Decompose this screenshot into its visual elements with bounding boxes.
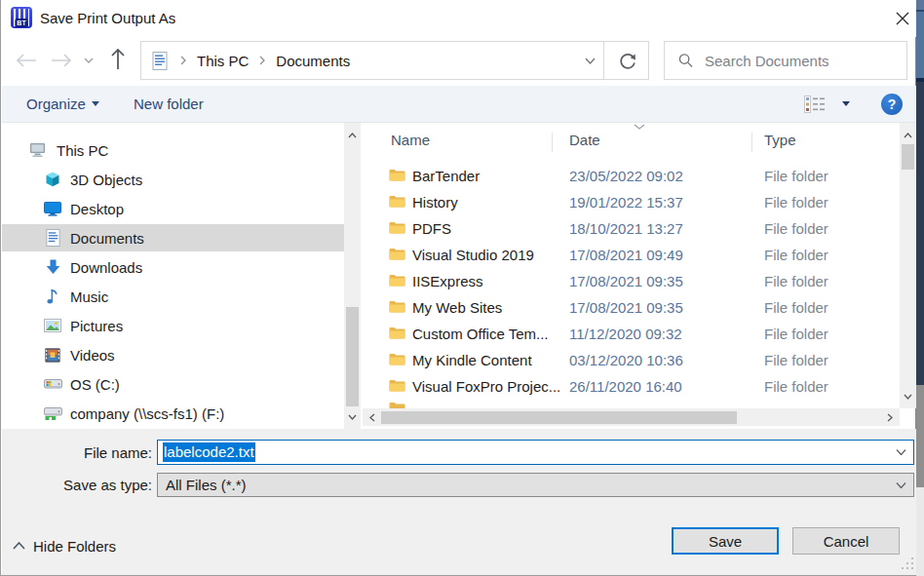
scrollbar-thumb[interactable]: [381, 411, 737, 424]
change-view-button[interactable]: [804, 86, 826, 122]
film-icon: [43, 348, 62, 363]
list-vertical-scrollbar[interactable]: [900, 123, 916, 408]
refresh-button[interactable]: [604, 41, 649, 80]
file-row[interactable]: BarTender 23/05/2022 09:02 File folder: [363, 163, 900, 189]
save-button[interactable]: Save: [672, 527, 779, 555]
sidebar-item-label: Documents: [70, 230, 144, 247]
file-row[interactable]: PDFS 18/10/2021 13:27 File folder: [363, 215, 900, 242]
new-folder-button[interactable]: New folder: [134, 86, 204, 122]
address-bar[interactable]: This PC Documents: [140, 41, 649, 80]
up-arrow-icon: [111, 49, 125, 70]
column-divider[interactable]: [552, 133, 553, 152]
file-row[interactable]: IISExpress 17/08/2021 09:35 File folder: [363, 268, 900, 294]
search-box[interactable]: [664, 41, 907, 80]
new-folder-label: New folder: [134, 96, 204, 112]
sidebar-item-music[interactable]: Music: [2, 283, 345, 310]
sidebar-item-desktop[interactable]: Desktop: [2, 195, 345, 222]
title-bar: BT Save Print Output As: [1, 0, 916, 37]
file-type: File folder: [764, 321, 828, 347]
command-toolbar: Organize New folder ?: [2, 86, 916, 123]
bartender-app-icon: BT: [11, 7, 32, 28]
file-type: File folder: [764, 294, 828, 321]
hide-folders-button[interactable]: Hide Folders: [13, 535, 116, 557]
sidebar-item-company-drive[interactable]: company (\\scs-fs1) (F:): [2, 400, 345, 427]
file-name: Custom Office Tem...: [412, 321, 549, 347]
cancel-button[interactable]: Cancel: [792, 527, 900, 555]
search-input[interactable]: [705, 53, 899, 69]
help-button[interactable]: ?: [881, 94, 903, 115]
scroll-right-arrow-icon[interactable]: [882, 408, 898, 426]
sidebar-scrollbar[interactable]: [344, 123, 361, 429]
file-type: File folder: [764, 347, 828, 373]
list-horizontal-scrollbar[interactable]: [363, 408, 900, 426]
address-dropdown-button[interactable]: [577, 41, 603, 80]
breadcrumb-documents[interactable]: Documents: [276, 53, 350, 69]
save-as-type-label: Save as type:: [45, 477, 152, 493]
organize-label: Organize: [26, 96, 86, 112]
file-date: 26/11/2020 16:40: [569, 373, 682, 400]
sidebar-item-this-pc[interactable]: This PC: [2, 136, 345, 164]
forward-button[interactable]: [48, 47, 75, 74]
column-header-type[interactable]: Type: [764, 125, 796, 156]
computer-icon: [29, 142, 49, 158]
music-note-icon: [43, 288, 62, 304]
help-question-icon: ?: [881, 94, 903, 115]
file-date: 19/01/2022 15:37: [569, 189, 683, 215]
column-header-name[interactable]: Name: [391, 125, 430, 156]
scroll-down-arrow-icon[interactable]: [900, 388, 916, 404]
sidebar-item-videos[interactable]: Videos: [2, 341, 345, 368]
sidebar-item-label: Videos: [70, 347, 115, 364]
folder-icon: [389, 300, 405, 313]
chevron-down-icon: [896, 449, 906, 456]
file-row[interactable]: History 19/01/2022 15:37 File folder: [363, 189, 900, 215]
file-list: Name Date Type BarTender 23/05/2022 09:0…: [363, 123, 900, 428]
scroll-up-arrow-icon[interactable]: [900, 127, 916, 143]
file-row[interactable]: Visual FoxPro Projec... 26/11/2020 16:40…: [363, 373, 900, 400]
organize-menu-button[interactable]: Organize: [26, 86, 99, 122]
column-header-date[interactable]: Date: [569, 125, 600, 156]
save-print-output-dialog: BT Save Print Output As: [0, 0, 916, 576]
picture-icon: [43, 319, 62, 332]
close-icon: [896, 12, 909, 25]
svg-text:?: ?: [888, 96, 897, 112]
recent-locations-button[interactable]: [81, 53, 96, 68]
sidebar-item-pictures[interactable]: Pictures: [2, 312, 345, 339]
file-name-input[interactable]: labelcode2.txt: [157, 440, 914, 465]
scroll-up-arrow-icon[interactable]: [344, 127, 361, 143]
file-name-label: File name:: [45, 444, 152, 461]
folder-icon: [389, 274, 405, 287]
hard-drive-icon: [43, 377, 62, 391]
back-button[interactable]: [13, 47, 40, 74]
sidebar-item-downloads[interactable]: Downloads: [2, 253, 345, 281]
file-row-partial: [389, 401, 408, 408]
view-dropdown-button[interactable]: [842, 86, 850, 122]
sidebar-item-os-c[interactable]: OS (C:): [2, 370, 345, 398]
scroll-left-arrow-icon[interactable]: [365, 408, 380, 426]
back-arrow-icon: [16, 54, 37, 67]
file-row[interactable]: My Web Sites 17/08/2021 09:35 File folde…: [363, 294, 900, 321]
file-row[interactable]: Custom Office Tem... 11/12/2020 09:32 Fi…: [363, 321, 900, 347]
scrollbar-thumb[interactable]: [902, 144, 914, 170]
file-type: File folder: [764, 373, 828, 400]
menu-dropdown-icon: [92, 101, 99, 106]
file-date: 17/08/2021 09:35: [569, 294, 683, 321]
network-drive-icon: [43, 406, 62, 421]
scrollbar-thumb[interactable]: [346, 307, 359, 406]
file-row[interactable]: Visual Studio 2019 17/08/2021 09:49 File…: [363, 242, 900, 268]
sidebar-item-documents[interactable]: Documents: [2, 224, 345, 251]
breadcrumb-separator-icon: [180, 56, 186, 65]
search-icon: [678, 53, 693, 68]
scroll-down-arrow-icon[interactable]: [344, 408, 361, 425]
save-as-type-select[interactable]: All Files (*.*): [157, 473, 914, 497]
folder-icon: [389, 402, 405, 408]
file-row[interactable]: My Kindle Content 03/12/2020 10:36 File …: [363, 347, 900, 373]
sidebar-item-3d-objects[interactable]: 3D Objects: [2, 166, 345, 193]
folder-icon: [389, 248, 405, 260]
resize-grip[interactable]: [900, 556, 915, 571]
breadcrumb-this-pc[interactable]: This PC: [197, 53, 249, 69]
up-button[interactable]: [104, 45, 132, 74]
refresh-icon: [618, 52, 636, 70]
column-divider[interactable]: [751, 133, 752, 152]
save-as-type-value: All Files (*.*): [166, 477, 247, 493]
file-type: File folder: [764, 242, 828, 268]
